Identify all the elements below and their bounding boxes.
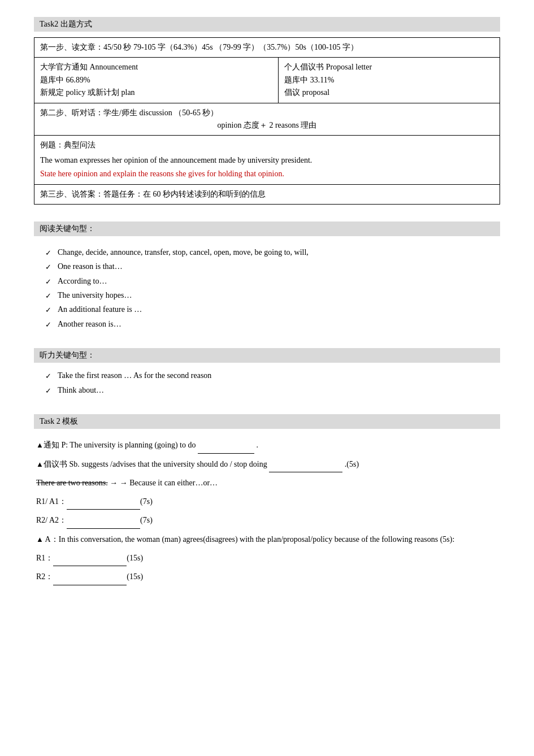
- reading-section: 阅读关键句型： ✓ Change, decide, announce, tran…: [34, 221, 500, 331]
- task2-section-header: Task2 出题方式: [34, 17, 500, 32]
- triangle-icon-3: ▲: [36, 535, 44, 544]
- template-line1-text: 通知 P: The university is planning (going)…: [44, 441, 258, 449]
- template-line2-text: 倡议书 Sb. suggests /advises that the unive…: [44, 460, 359, 468]
- checkmark-icon: ✓: [45, 275, 53, 288]
- table-cell-step3: 第三步、说答案：答题任务：在 60 秒内转述读到的和听到的信息: [34, 184, 500, 204]
- r2-suffix: (7s): [140, 516, 153, 524]
- checkmark-icon: ✓: [45, 260, 53, 273]
- task2-table: 第一步、读文章：45/50 秒 79-105 字（64.3%）45s （79-9…: [34, 37, 500, 205]
- list-item: ✓ One reason is that…: [45, 259, 500, 273]
- step2-text: 第二步、听对话：学生/师生 discussion （50-65 秒）: [40, 108, 218, 117]
- template-section-header: Task 2 模板: [34, 414, 500, 429]
- checkmark-icon: ✓: [45, 318, 53, 331]
- blank-4: [67, 513, 140, 529]
- r1-final-label: R1：: [36, 554, 53, 562]
- template-line2: ▲倡议书 Sb. suggests /advises that the univ…: [36, 457, 500, 473]
- table-row-3: 第二步、听对话：学生/师生 discussion （50-65 秒） opini…: [34, 103, 500, 136]
- r1-label: R1/ A1：: [36, 497, 67, 506]
- reading-checklist: ✓ Change, decide, announce, transfer, st…: [34, 245, 500, 331]
- blank-3: [67, 494, 140, 510]
- arrow-icon: →: [110, 479, 120, 487]
- reading-item-1: Change, decide, announce, transfer, stop…: [58, 245, 309, 259]
- list-item: ✓ Another reason is…: [45, 317, 500, 331]
- checkmark-icon: ✓: [45, 246, 53, 259]
- r2-final-suffix: (15s): [127, 572, 143, 581]
- list-item: ✓ The university hopes…: [45, 288, 500, 302]
- table-row-2: 大学官方通知 Announcement 题库中 66.89% 新规定 polic…: [34, 58, 500, 103]
- list-item: ✓ Change, decide, announce, transfer, st…: [45, 245, 500, 259]
- r2-final-label: R2：: [36, 572, 53, 581]
- list-item: ✓ Take the first reason … As for the sec…: [45, 368, 500, 383]
- blank-2: [269, 457, 342, 473]
- list-item: ✓ Think about…: [45, 383, 500, 397]
- reading-item-3: According to…: [58, 274, 107, 288]
- template-line6-text: A：In this conversation, the woman (man) …: [44, 535, 454, 544]
- template-line3: There are two reasons. → → Because it ca…: [36, 476, 500, 491]
- table-row-1: 第一步、读文章：45/50 秒 79-105 字（64.3%）45s （79-9…: [34, 38, 500, 58]
- listening-checklist: ✓ Take the first reason … As for the sec…: [34, 368, 500, 397]
- right-line2: 题库中 33.11%: [284, 76, 334, 84]
- step2-subtext: opinion 态度＋ 2 reasons 理由: [40, 119, 494, 132]
- checkmark-icon: ✓: [45, 289, 53, 302]
- blank-1: [198, 438, 254, 454]
- strikethrough-text: There are two reasons.: [36, 479, 108, 487]
- table-cell-step2: 第二步、听对话：学生/师生 discussion （50-65 秒） opini…: [34, 103, 500, 136]
- left-line1: 大学官方通知 Announcement: [40, 63, 138, 71]
- blank-5: [53, 551, 127, 567]
- task2-section: Task2 出题方式 第一步、读文章：45/50 秒 79-105 字（64.3…: [34, 17, 500, 205]
- r2-label: R2/ A2：: [36, 516, 67, 524]
- reading-item-6: Another reason is…: [58, 317, 121, 331]
- reading-item-2: One reason is that…: [58, 259, 123, 273]
- template-line3-rest: → Because it can either…or…: [120, 479, 218, 487]
- right-line3: 倡议 proposal: [284, 88, 329, 97]
- list-item: ✓ An additional feature is …: [45, 302, 500, 316]
- template-line7: R1： (15s): [36, 551, 500, 567]
- example-line2: State here opinion and explain the reaso…: [40, 168, 494, 180]
- template-line8: R2： (15s): [36, 570, 500, 585]
- r1-final-suffix: (15s): [127, 554, 143, 562]
- blank-6: [53, 570, 127, 585]
- reading-item-4: The university hopes…: [58, 288, 132, 302]
- table-row-4: 例题：典型问法 The woman expresses her opinion …: [34, 136, 500, 184]
- left-line2: 题库中 66.89%: [40, 76, 90, 84]
- triangle-icon-1: ▲: [36, 441, 44, 449]
- table-cell-right: 个人倡议书 Proposal letter 题库中 33.11% 倡议 prop…: [279, 58, 500, 103]
- template-line6: ▲ A：In this conversation, the woman (man…: [36, 532, 500, 548]
- table-row-5: 第三步、说答案：答题任务：在 60 秒内转述读到的和听到的信息: [34, 184, 500, 204]
- reading-item-5: An additional feature is …: [58, 302, 142, 316]
- checkmark-icon: ✓: [45, 303, 53, 316]
- triangle-icon-2: ▲: [36, 460, 44, 468]
- checkmark-icon: ✓: [45, 370, 53, 383]
- template-line5: R2/ A2： (7s): [36, 513, 500, 529]
- listening-section: 听力关键句型： ✓ Take the first reason … As for…: [34, 348, 500, 397]
- right-line1: 个人倡议书 Proposal letter: [284, 63, 372, 71]
- listening-section-header: 听力关键句型：: [34, 348, 500, 363]
- template-section: Task 2 模板 ▲通知 P: The university is plann…: [34, 414, 500, 585]
- example-line1: The woman expresses her opinion of the a…: [40, 154, 494, 167]
- table-cell-example: 例题：典型问法 The woman expresses her opinion …: [34, 136, 500, 184]
- example-label: 例题：典型问法: [40, 139, 494, 151]
- left-line3: 新规定 policy 或新计划 plan: [40, 88, 135, 97]
- table-cell-left: 大学官方通知 Announcement 题库中 66.89% 新规定 polic…: [34, 58, 279, 103]
- template-line4: R1/ A1： (7s): [36, 494, 500, 510]
- listening-item-2: Think about…: [58, 383, 104, 397]
- template-line1: ▲通知 P: The university is planning (going…: [36, 438, 500, 454]
- listening-item-1: Take the first reason … As for the secon…: [58, 368, 211, 383]
- table-cell-step1: 第一步、读文章：45/50 秒 79-105 字（64.3%）45s （79-9…: [34, 38, 500, 58]
- reading-section-header: 阅读关键句型：: [34, 221, 500, 236]
- template-content: ▲通知 P: The university is planning (going…: [34, 438, 500, 585]
- list-item: ✓ According to…: [45, 274, 500, 288]
- r1-suffix: (7s): [140, 497, 153, 506]
- checkmark-icon: ✓: [45, 384, 53, 397]
